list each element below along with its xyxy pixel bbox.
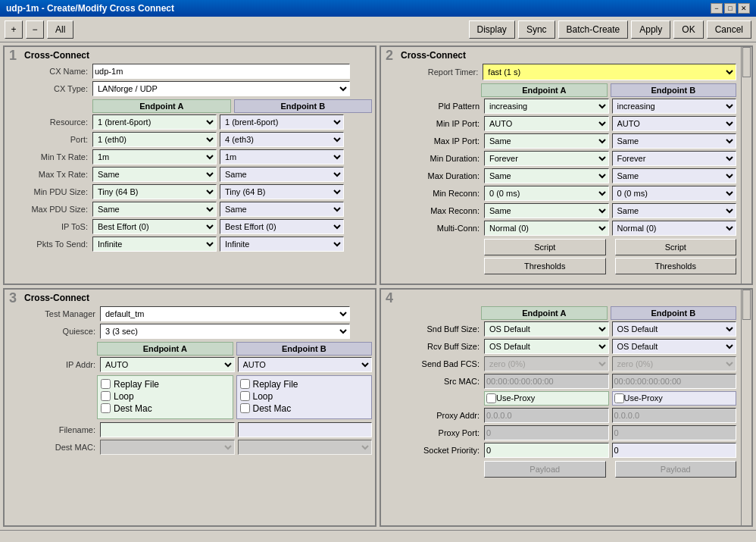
max-pdu-a-select[interactable]: Same bbox=[92, 202, 217, 217]
scrollbar[interactable] bbox=[741, 47, 751, 284]
loop-a-label: Loop bbox=[114, 391, 134, 402]
cx-type-select[interactable]: LANforge / UDP bbox=[92, 81, 350, 96]
min-ip-b-select[interactable]: AUTO bbox=[612, 116, 737, 131]
min-tx-b-select[interactable]: 1m bbox=[220, 149, 344, 164]
dest-mac-a-select[interactable] bbox=[100, 440, 235, 455]
dest-mac-b-checkbox[interactable] bbox=[240, 403, 250, 413]
ip-addr-a-select[interactable]: AUTO bbox=[100, 357, 235, 372]
cancel-button[interactable]: Cancel bbox=[707, 20, 751, 39]
max-reconn-a-select[interactable]: Same bbox=[484, 203, 609, 218]
quiesce-select[interactable]: 3 (3 sec) bbox=[100, 324, 350, 339]
pld-b-select[interactable]: increasing bbox=[612, 99, 737, 114]
multi-conn-a-select[interactable]: Normal (0) bbox=[484, 221, 609, 236]
max-reconn-b-select[interactable]: Same bbox=[612, 203, 737, 218]
report-timer-select[interactable]: fast (1 s) bbox=[483, 64, 736, 80]
p2-ep-a-header: Endpoint A bbox=[481, 83, 608, 97]
filename-a-input[interactable] bbox=[100, 422, 235, 437]
ip-addr-label: IP Addr: bbox=[24, 360, 100, 369]
use-proxy-b-checkbox[interactable] bbox=[614, 393, 624, 403]
dest-mac-label: Dest MAC: bbox=[24, 443, 100, 452]
loop-b-label: Loop bbox=[253, 391, 273, 402]
replay-b-checkbox[interactable] bbox=[240, 379, 250, 389]
use-proxy-a-label: Use-Proxy bbox=[496, 393, 535, 403]
ip-tos-row: IP ToS: Best Effort (0) Best Effort (0) bbox=[24, 219, 372, 234]
proxy-addr-a-input bbox=[484, 408, 609, 423]
max-pdu-b-select[interactable]: Same bbox=[220, 202, 344, 217]
min-reconn-b-select[interactable]: 0 (0 ms) bbox=[612, 186, 737, 201]
min-dur-row: Min Duration: Forever Forever bbox=[401, 151, 736, 166]
thresholds-b-button[interactable]: Thresholds bbox=[615, 258, 737, 274]
min-reconn-a-select[interactable]: 0 (0 ms) bbox=[484, 186, 609, 201]
pld-a-select[interactable]: increasing bbox=[484, 99, 609, 114]
min-ip-a-select[interactable]: AUTO bbox=[484, 116, 609, 131]
scroll-thumb[interactable] bbox=[742, 47, 751, 77]
panel-number-3: 3 bbox=[9, 291, 17, 305]
add-button[interactable]: + bbox=[5, 20, 23, 39]
replay-a-checkbox[interactable] bbox=[101, 379, 111, 389]
p4-scrollbar[interactable] bbox=[741, 290, 751, 526]
multi-conn-b-select[interactable]: Normal (0) bbox=[612, 221, 737, 236]
pkts-a-select[interactable]: Infinite bbox=[92, 237, 217, 252]
test-mgr-select[interactable]: default_tm bbox=[100, 306, 350, 321]
dest-mac-b-select[interactable] bbox=[238, 440, 373, 455]
script-a-button[interactable]: Script bbox=[484, 239, 606, 255]
min-pdu-label: Min PDU Size: bbox=[24, 187, 92, 196]
display-button[interactable]: Display bbox=[469, 20, 515, 39]
ip-tos-b-select[interactable]: Best Effort (0) bbox=[220, 219, 344, 234]
max-ip-row: Max IP Port: Same Same bbox=[401, 133, 736, 149]
min-tx-a-select[interactable]: 1m bbox=[92, 149, 217, 164]
payload-a-button[interactable]: Payload bbox=[484, 461, 606, 478]
max-tx-a-select[interactable]: Same bbox=[92, 167, 217, 182]
cx-type-label: CX Type: bbox=[24, 84, 92, 93]
all-button[interactable]: All bbox=[47, 20, 73, 39]
ip-tos-a-select[interactable]: Best Effort (0) bbox=[92, 219, 217, 234]
min-pdu-b-select[interactable]: Tiny (64 B) bbox=[220, 184, 344, 199]
max-ip-b-select[interactable]: Same bbox=[612, 133, 737, 149]
cx-name-input[interactable] bbox=[92, 64, 350, 79]
replay-b-label: Replay File bbox=[253, 379, 298, 390]
resource-a-select[interactable]: 1 (brent-6port) bbox=[92, 114, 217, 130]
dest-mac-a-row: Dest Mac bbox=[101, 403, 230, 414]
script-b-button[interactable]: Script bbox=[615, 239, 737, 255]
max-dur-b-select[interactable]: Same bbox=[612, 168, 737, 183]
minimize-button[interactable]: − bbox=[711, 3, 723, 14]
sync-button[interactable]: Sync bbox=[518, 20, 555, 39]
loop-a-checkbox[interactable] bbox=[101, 391, 111, 401]
maximize-button[interactable]: □ bbox=[724, 3, 736, 14]
snd-buff-a-select[interactable]: OS Default bbox=[484, 321, 609, 337]
socket-pri-a-input[interactable] bbox=[484, 443, 609, 458]
port-a-select[interactable]: 1 (eth0) bbox=[92, 132, 217, 147]
max-tx-b-select[interactable]: Same bbox=[220, 167, 344, 182]
port-b-select[interactable]: 4 (eth3) bbox=[220, 132, 344, 147]
min-dur-b-select[interactable]: Forever bbox=[612, 151, 737, 166]
pkts-b-select[interactable]: Infinite bbox=[220, 237, 344, 252]
dest-mac-a-checkbox[interactable] bbox=[101, 403, 111, 413]
rcv-buff-a-select[interactable]: OS Default bbox=[484, 339, 609, 354]
multi-conn-row: Multi-Conn: Normal (0) Normal (0) bbox=[401, 221, 736, 236]
proxy-addr-row: Proxy Addr: bbox=[401, 408, 736, 423]
max-dur-a-select[interactable]: Same bbox=[484, 168, 609, 183]
max-ip-a-select[interactable]: Same bbox=[484, 133, 609, 149]
filename-b-input[interactable] bbox=[238, 422, 373, 437]
use-proxy-a-checkbox[interactable] bbox=[486, 393, 496, 403]
batch-create-button[interactable]: Batch-Create bbox=[558, 20, 629, 39]
remove-button[interactable]: − bbox=[26, 20, 44, 39]
payload-b-button[interactable]: Payload bbox=[615, 461, 737, 478]
resource-b-select[interactable]: 1 (brent-6port) bbox=[220, 114, 344, 130]
thresholds-a-button[interactable]: Thresholds bbox=[484, 258, 606, 274]
socket-pri-b-input[interactable] bbox=[612, 443, 737, 458]
rcv-buff-b-select[interactable]: OS Default bbox=[612, 339, 737, 354]
ok-button[interactable]: OK bbox=[673, 20, 703, 39]
loop-b-checkbox[interactable] bbox=[240, 391, 250, 401]
proxy-addr-b-input bbox=[612, 408, 737, 423]
p4-scroll-thumb[interactable] bbox=[742, 290, 751, 320]
panel1-title: Cross-Connect bbox=[24, 50, 372, 61]
ip-addr-b-select[interactable]: AUTO bbox=[238, 357, 373, 372]
panel-1: 1 Cross-Connect CX Name: CX Type: LANfor… bbox=[3, 45, 376, 285]
min-pdu-a-select[interactable]: Tiny (64 B) bbox=[92, 184, 217, 199]
apply-button[interactable]: Apply bbox=[631, 20, 670, 39]
close-button[interactable]: ✕ bbox=[738, 3, 750, 14]
snd-buff-b-select[interactable]: OS Default bbox=[612, 321, 737, 337]
min-dur-a-select[interactable]: Forever bbox=[484, 151, 609, 166]
p4-ep-b-header: Endpoint B bbox=[611, 306, 737, 320]
